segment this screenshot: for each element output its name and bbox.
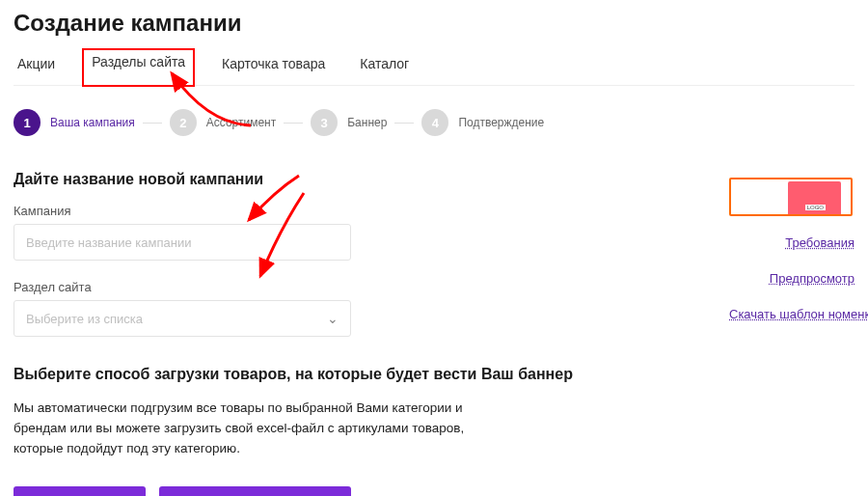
- wizard-steps: 1 Ваша кампания 2 Ассортимент 3 Баннер 4…: [14, 109, 854, 136]
- upload-nomenclature-button[interactable]: Загрузить номенклатуры: [159, 486, 351, 496]
- sidebar: LOGO Требования Предпросмотр Скачать шаб…: [729, 178, 854, 343]
- step-bullet: 1: [14, 109, 41, 136]
- chevron-down-icon: ⌄: [327, 311, 339, 326]
- tab-katalog[interactable]: Каталог: [356, 50, 413, 85]
- section-title-load: Выберите способ загрузки товаров, на кот…: [14, 366, 854, 383]
- step-1[interactable]: 1 Ваша кампания: [14, 109, 135, 136]
- campaign-input[interactable]: [14, 224, 351, 261]
- section-placeholder: Выберите из списка: [26, 312, 143, 326]
- tab-aktsii[interactable]: Акции: [14, 50, 59, 85]
- step-2[interactable]: 2 Ассортимент: [170, 109, 276, 136]
- step-separator: [143, 123, 162, 124]
- load-buttons: Выбрать бренд Загрузить номенклатуры: [14, 486, 854, 496]
- step-label: Ассортимент: [206, 116, 276, 129]
- link-requirements[interactable]: Требования: [729, 235, 854, 250]
- step-bullet: 3: [311, 109, 338, 136]
- step-4[interactable]: 4 Подтверждение: [421, 109, 544, 136]
- banner-preview-logo: LOGO: [805, 205, 826, 210]
- step-separator: [394, 123, 414, 124]
- step-label: Подтверждение: [458, 116, 544, 129]
- link-preview[interactable]: Предпросмотр: [729, 271, 854, 286]
- step-label: Ваша кампания: [50, 116, 135, 129]
- banner-preview[interactable]: LOGO: [729, 178, 853, 216]
- tab-razdely-saita[interactable]: Разделы сайта: [82, 48, 195, 87]
- step-bullet: 2: [170, 109, 197, 136]
- page-title: Создание кампании: [14, 10, 854, 37]
- banner-preview-image: [788, 181, 841, 216]
- section-select[interactable]: Выберите из списка ⌄: [14, 300, 351, 337]
- step-3[interactable]: 3 Баннер: [311, 109, 387, 136]
- step-separator: [284, 123, 303, 124]
- tab-kartochka-tovara[interactable]: Карточка товара: [218, 50, 329, 85]
- step-bullet: 4: [421, 109, 448, 136]
- load-description: Мы автоматически подгрузим все товары по…: [14, 399, 467, 459]
- choose-brand-button[interactable]: Выбрать бренд: [14, 486, 146, 496]
- link-download-template[interactable]: Скачать шаблон номенклатур: [729, 307, 854, 321]
- step-label: Баннер: [347, 116, 387, 129]
- tabs: Акции Разделы сайта Карточка товара Ката…: [14, 50, 854, 86]
